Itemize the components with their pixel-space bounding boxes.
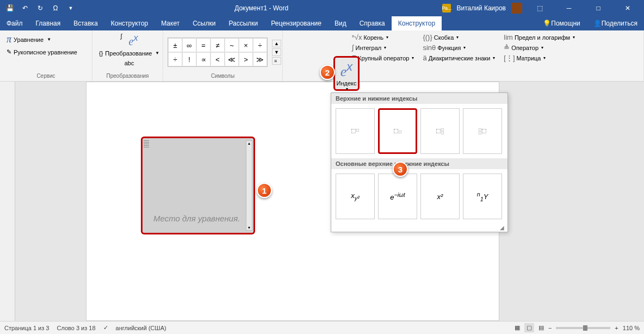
sym[interactable]: ≫	[253, 52, 267, 66]
share-badge[interactable]: Ра...	[442, 4, 451, 13]
radical-button[interactable]: ⁿ√xКорень▾	[350, 33, 416, 42]
tab-equation-design[interactable]: Конструктор	[392, 16, 442, 30]
symbol-scroll-down[interactable]: ▼	[272, 48, 281, 56]
zoom-slider[interactable]	[556, 327, 610, 329]
qat-more-icon[interactable]: ▼	[65, 3, 76, 14]
tab-design[interactable]: Конструктор	[104, 16, 154, 30]
sym[interactable]: ≪	[225, 52, 239, 66]
spellcheck-icon[interactable]: ✓	[103, 324, 108, 331]
callout-2: 2	[320, 65, 335, 80]
tab-layout[interactable]: Макет	[154, 16, 186, 30]
tab-help[interactable]: Справка	[353, 16, 392, 30]
accent-button[interactable]: äДиакритические знаки▾	[421, 53, 497, 63]
convert-button[interactable]: {} Преобразование▼	[97, 49, 162, 58]
sym[interactable]: =	[196, 38, 210, 52]
tab-references[interactable]: Ссылки	[186, 16, 222, 30]
subsuperscript-option[interactable]	[420, 108, 460, 154]
sym[interactable]: ÷	[253, 38, 267, 52]
status-language[interactable]: английский (США)	[116, 325, 166, 331]
group-transforms-label: Преобразования	[97, 72, 158, 80]
limit-icon: lim	[504, 33, 513, 41]
vertical-ruler	[0, 82, 15, 321]
superscript-option[interactable]	[336, 108, 375, 154]
sym[interactable]: ~	[225, 38, 239, 52]
ribbon-options-icon[interactable]: ⬚	[528, 0, 552, 16]
minimize-icon[interactable]: ─	[557, 0, 581, 16]
drag-handle-icon[interactable]	[144, 140, 149, 148]
index-gallery: Верхние и нижние индексы Основные верхни…	[331, 92, 508, 232]
example-2[interactable]: e−iωt	[378, 174, 417, 219]
integral-icon: ∫	[352, 44, 354, 52]
callout-3: 3	[393, 162, 408, 177]
abc-button[interactable]: abc	[122, 59, 137, 67]
equation-placeholder-box[interactable]: Место для уравнения. ▴ ▾	[141, 137, 255, 234]
print-layout-icon[interactable]: ▢	[524, 323, 534, 332]
equation-scrollbar[interactable]: ▴ ▾	[246, 140, 252, 231]
tab-mailings[interactable]: Рассылки	[222, 16, 264, 30]
gallery-resize-icon[interactable]: ◢	[331, 224, 507, 232]
tab-home[interactable]: Главная	[29, 16, 67, 30]
professional-icon[interactable]: ∫	[120, 33, 122, 48]
index-button[interactable]: ex Индекс ▾	[333, 56, 360, 91]
sym[interactable]: ÷	[168, 52, 182, 66]
sym[interactable]: ∝	[196, 52, 210, 66]
callout-1: 1	[257, 183, 272, 198]
read-mode-icon[interactable]: ▦	[515, 324, 520, 331]
sym[interactable]: ×	[239, 38, 253, 52]
undo-icon[interactable]: ↶	[20, 3, 30, 14]
sym[interactable]: ≠	[210, 38, 225, 52]
tab-file[interactable]: Файл	[0, 16, 29, 30]
accent-icon: ä	[423, 54, 426, 62]
sym[interactable]: <	[210, 52, 225, 66]
gallery-section-1: Верхние и нижние индексы	[331, 93, 507, 104]
save-icon[interactable]: 💾	[4, 3, 15, 14]
equation-button[interactable]: πУравнение▼	[4, 33, 79, 46]
tell-me[interactable]: 💡 Помощни	[536, 16, 586, 30]
large-operator-button[interactable]: ΣКрупный оператор▾	[350, 53, 416, 63]
symbol-grid: ± ∞ = ≠ ~ × ÷ ÷ ! ∝ < ≪ > ≫	[168, 38, 268, 67]
redo-icon[interactable]: ↻	[35, 3, 46, 14]
function-button[interactable]: sinθФункция▾	[421, 43, 497, 52]
chevron-down-icon: ▾	[346, 86, 348, 91]
symbol-more[interactable]: ≡	[272, 57, 281, 65]
web-layout-icon[interactable]: ▤	[538, 324, 544, 331]
symbol-scroll-up[interactable]: ▲	[272, 40, 281, 47]
ink-equation-button[interactable]: ✎Рукописное уравнение	[4, 47, 79, 57]
matrix-button[interactable]: [⋮]Матрица▾	[502, 53, 577, 63]
close-icon[interactable]: ✕	[616, 0, 640, 16]
omega-icon[interactable]: Ω	[50, 3, 61, 14]
avatar[interactable]	[511, 3, 522, 14]
sym[interactable]: ∞	[182, 38, 196, 52]
example-1[interactable]: xy²	[336, 174, 375, 219]
tab-view[interactable]: Вид	[328, 16, 353, 30]
maximize-icon[interactable]: □	[586, 0, 610, 16]
bracket-button[interactable]: {()}Скобка▾	[421, 33, 497, 42]
limit-button[interactable]: limПредел и логарифм▾	[502, 33, 577, 42]
group-symbols-label: Символы	[168, 72, 278, 80]
ex-icon[interactable]: ex	[128, 33, 138, 48]
status-page[interactable]: Страница 1 из 3	[4, 325, 49, 331]
example-4[interactable]: n1Y	[463, 174, 502, 219]
zoom-in-icon[interactable]: +	[615, 325, 618, 331]
tab-insert[interactable]: Вставка	[67, 16, 104, 30]
integral-button[interactable]: ∫Интеграл▾	[350, 43, 416, 52]
sym[interactable]: ±	[168, 38, 182, 52]
sym[interactable]: >	[239, 52, 253, 66]
example-3[interactable]: x²	[420, 174, 460, 219]
group-service-label: Сервис	[4, 72, 88, 80]
subscript-option[interactable]	[378, 108, 417, 154]
ex-large-icon: ex	[340, 60, 352, 80]
user-name: Виталий Каиров	[456, 4, 506, 12]
radical-icon: ⁿ√x	[352, 33, 362, 41]
operator-icon: ≜	[504, 44, 510, 52]
operator-button[interactable]: ≜Оператор▾	[502, 43, 577, 52]
status-words[interactable]: Слово 3 из 18	[57, 325, 95, 331]
sym[interactable]: !	[182, 52, 196, 66]
zoom-out-icon[interactable]: −	[548, 325, 552, 331]
tab-review[interactable]: Рецензирование	[264, 16, 328, 30]
pi-icon: π	[7, 34, 11, 45]
left-subsuperscript-option[interactable]	[463, 108, 502, 154]
bracket-icon: {()}	[423, 33, 432, 41]
share-button[interactable]: 👤 Поделиться	[587, 16, 644, 30]
zoom-level[interactable]: 110 %	[623, 325, 640, 331]
